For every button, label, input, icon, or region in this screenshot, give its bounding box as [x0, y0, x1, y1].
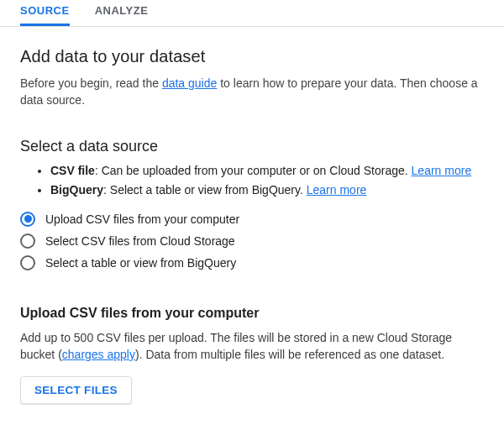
data-guide-link[interactable]: data guide — [162, 76, 217, 90]
source-option-bigquery: BigQuery: Select a table or view from Bi… — [50, 183, 484, 197]
select-files-button[interactable]: SELECT FILES — [20, 376, 132, 404]
tab-bar: SOURCE ANALYZE — [0, 0, 504, 27]
source-options-list: CSV file: Can be uploaded from your comp… — [20, 164, 484, 197]
upload-desc-after: ). Data from multiple files will be refe… — [135, 348, 444, 361]
page-title: Add data to your dataset — [20, 47, 484, 66]
radio-label: Select CSV files from Cloud Storage — [45, 234, 235, 248]
source-option-bigquery-desc: : Select a table or view from BigQuery. — [103, 183, 307, 197]
radio-label: Select a table or view from BigQuery — [45, 256, 236, 270]
upload-section-heading: Upload CSV files from your computer — [20, 306, 484, 321]
upload-description: Add up to 500 CSV files per upload. The … — [20, 329, 484, 364]
tab-source[interactable]: SOURCE — [20, 0, 70, 26]
source-option-csv-desc: : Can be uploaded from your computer or … — [95, 164, 412, 177]
source-option-bigquery-name: BigQuery — [50, 183, 103, 197]
radio-bigquery[interactable]: Select a table or view from BigQuery — [20, 255, 484, 270]
charges-apply-link[interactable]: charges apply — [62, 348, 135, 361]
radio-upload-computer[interactable]: Upload CSV files from your computer — [20, 212, 484, 227]
intro-before: Before you begin, read the — [20, 76, 162, 90]
select-source-heading: Select a data source — [20, 138, 484, 155]
intro-text: Before you begin, read the data guide to… — [20, 75, 484, 109]
radio-button-icon — [20, 233, 35, 249]
radio-cloud-storage[interactable]: Select CSV files from Cloud Storage — [20, 233, 484, 249]
radio-button-icon — [20, 212, 35, 227]
data-source-radio-group: Upload CSV files from your computer Sele… — [20, 212, 484, 270]
radio-button-icon — [20, 255, 35, 270]
tab-analyze[interactable]: ANALYZE — [95, 0, 149, 26]
source-option-csv: CSV file: Can be uploaded from your comp… — [50, 164, 484, 177]
main-content: Add data to your dataset Before you begi… — [0, 47, 504, 404]
source-option-csv-name: CSV file — [50, 164, 95, 177]
learn-more-csv-link[interactable]: Learn more — [412, 164, 472, 177]
learn-more-bigquery-link[interactable]: Learn more — [307, 183, 367, 197]
radio-label: Upload CSV files from your computer — [45, 212, 239, 226]
